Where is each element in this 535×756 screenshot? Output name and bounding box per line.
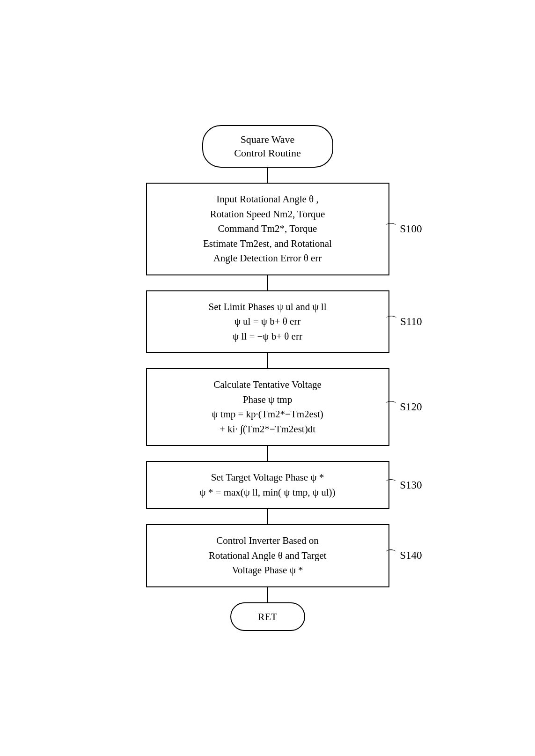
step-row-s110: Set Limit Phases ψ ul and ψ ll ψ ul = ψ … xyxy=(85,290,450,354)
flowchart: Square Wave Control Routine Input Rotati… xyxy=(85,106,450,650)
step-num-s120: S120 xyxy=(400,401,422,413)
step-row-s100: Input Rotational Angle θ , Rotation Spee… xyxy=(85,183,450,275)
step-row-s120: Calculate Tentative Voltage Phase ψ tmp … xyxy=(85,368,450,446)
step-text-s100: Input Rotational Angle θ , Rotation Spee… xyxy=(203,193,332,264)
step-text-s120: Calculate Tentative Voltage Phase ψ tmp … xyxy=(212,379,323,435)
curve-icon-s140: ⌒ xyxy=(385,549,397,562)
step-row-s140: Control Inverter Based on Rotational Ang… xyxy=(85,524,450,587)
connector-2 xyxy=(267,353,268,368)
connector-3 xyxy=(267,446,268,461)
step-label-s100: ⌒ S100 xyxy=(385,223,422,235)
step-box-s130: Set Target Voltage Phase ψ * ψ * = max(ψ… xyxy=(146,461,389,509)
connector-0 xyxy=(267,168,268,183)
step-label-s140: ⌒ S140 xyxy=(385,549,422,562)
start-node: Square Wave Control Routine xyxy=(202,125,333,168)
curve-icon-s110: ⌒ xyxy=(385,316,397,328)
step-label-s130: ⌒ S130 xyxy=(385,479,422,491)
step-box-s140: Control Inverter Based on Rotational Ang… xyxy=(146,524,389,587)
step-box-s120: Calculate Tentative Voltage Phase ψ tmp … xyxy=(146,368,389,446)
step-label-s110: ⌒ S110 xyxy=(385,316,422,328)
step-text-s110: Set Limit Phases ψ ul and ψ ll ψ ul = ψ … xyxy=(208,301,326,342)
step-box-s100: Input Rotational Angle θ , Rotation Spee… xyxy=(146,183,389,275)
connector-5 xyxy=(267,587,268,602)
connector-1 xyxy=(267,275,268,290)
ret-label: RET xyxy=(258,611,278,623)
connector-4 xyxy=(267,509,268,524)
step-label-s120: ⌒ S120 xyxy=(385,401,422,413)
curve-icon-s100: ⌒ xyxy=(385,223,397,235)
step-num-s100: S100 xyxy=(400,223,422,235)
start-label: Square Wave Control Routine xyxy=(234,133,300,159)
curve-icon-s120: ⌒ xyxy=(385,401,397,413)
step-num-s110: S110 xyxy=(400,316,422,328)
step-text-s130: Set Target Voltage Phase ψ * ψ * = max(ψ… xyxy=(199,472,335,498)
step-row-s130: Set Target Voltage Phase ψ * ψ * = max(ψ… xyxy=(85,461,450,509)
ret-node: RET xyxy=(230,602,305,631)
step-num-s130: S130 xyxy=(400,479,422,491)
curve-icon-s130: ⌒ xyxy=(385,479,397,491)
step-box-s110: Set Limit Phases ψ ul and ψ ll ψ ul = ψ … xyxy=(146,290,389,354)
step-num-s140: S140 xyxy=(400,549,422,562)
step-text-s140: Control Inverter Based on Rotational Ang… xyxy=(209,535,327,576)
